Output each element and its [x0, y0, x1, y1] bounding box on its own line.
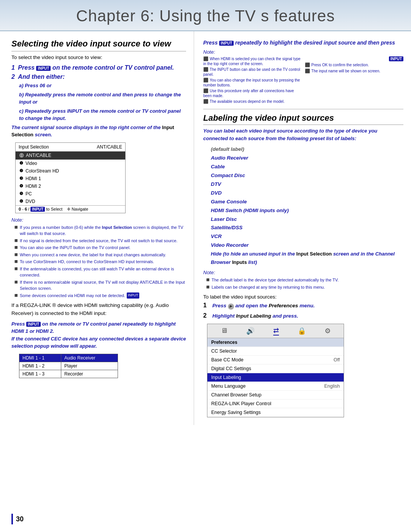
gear-icon: ⚙ — [325, 327, 331, 335]
hdmi-col2-header: Audio Receiver — [61, 354, 98, 362]
prefs-header-label: Preferences — [211, 340, 237, 345]
label-dvd: DVD — [211, 189, 403, 198]
prefs-icons-row: 🖥 🔊 ⇄ 🔒 ⚙ — [207, 324, 344, 338]
sub-c-text: Repeatedly press INPUT on the remote con… — [19, 108, 181, 121]
input-labeling-link: Input Labeling — [236, 313, 271, 319]
sub-step-c: c) Repeatedly press INPUT on the remote … — [19, 107, 186, 122]
right-step1: 1 Press ▶ and open the Preferences menu. — [203, 302, 403, 310]
hdmi-table: HDMI 1 - 1 Audio Receiver HDMI 1 - 2 Pla… — [19, 354, 118, 378]
input-item-2[interactable]: ❷ ColorStream HD — [16, 167, 125, 175]
content-wrapper: Selecting the video input source to view… — [0, 31, 411, 425]
input-item-5[interactable]: ❺ PC — [16, 190, 125, 198]
label-game-console: Game Console — [211, 198, 403, 206]
sub-step-a: a) Press 06 or — [19, 82, 186, 89]
input-selection-header: Input Selection ANT/CABLE — [16, 143, 125, 152]
prefs-items-list: Preferences CC Selector Base CC Mode Off… — [207, 338, 344, 417]
sub-c-label: c) — [19, 108, 24, 114]
sub-steps-list: a) Press 06 or b) Repeatedly press the r… — [11, 82, 186, 122]
prefs-channel-browser[interactable]: Channel Browser Setup — [207, 391, 344, 399]
inputs-link: Inputs — [232, 259, 247, 265]
hdmi-col1-2: HDMI 1 - 2 — [19, 362, 61, 370]
settings-icon: ⇄ — [273, 326, 279, 335]
prefs-energy-saving[interactable]: Energy Saving Settings — [207, 408, 344, 417]
item-label-4: HDMI 2 — [25, 184, 41, 189]
chapter-header: Chapter 6: Using the TV s features — [0, 0, 411, 31]
input-badge-right: INPUT — [219, 41, 234, 46]
hdmi-row-2: HDMI 1 - 2 Player — [19, 362, 118, 370]
input-sel-link2: Input Selection — [296, 251, 332, 257]
hdmi-col1-header: HDMI 1 - 1 — [19, 354, 61, 362]
step2: 2 And then either: — [11, 73, 186, 80]
regza-text: If a REGZA-LINK ® device with HDMI switc… — [11, 302, 186, 317]
note1-label: Note: — [11, 217, 186, 223]
input-item-6[interactable]: ❻ DVD — [16, 198, 125, 205]
note2-col2: INPUT ⬛ Press OK to confirm the selectio… — [305, 56, 403, 105]
item-label-0: ANT/CABLE — [26, 153, 51, 158]
intro-text: To select the video input source to view… — [11, 54, 186, 61]
prefs-header-item: Preferences — [207, 338, 344, 347]
prefs-energy-saving-label: Energy Saving Settings — [211, 410, 261, 415]
input-selection-footer: 0 - 6 / INPUT to Select ✛ Navigate — [16, 205, 125, 213]
prefs-digital-cc[interactable]: Digital CC Settings — [207, 364, 344, 373]
prefs-input-labeling-label: Input Labeling — [211, 375, 241, 380]
prefs-box: 🖥 🔊 ⇄ 🔒 ⚙ Preferences CC Selector Base C… — [207, 324, 344, 417]
item-num-4: ❹ — [19, 184, 23, 189]
sub-b-label: b) — [19, 92, 24, 97]
note1-item-1: If you press a number button (0-6) while… — [14, 224, 186, 237]
input-item-1[interactable]: ❶ Video — [16, 160, 125, 167]
label-hide: Hide (to hide an unused input in the Inp… — [211, 250, 403, 267]
label-satellite: Satellite/DSS — [211, 224, 403, 232]
label-cable: Cable — [211, 163, 403, 171]
to-label-text: To label the video input sources: — [203, 294, 403, 300]
item-label-6: DVD — [25, 199, 35, 204]
input-badge-c: INPUT — [67, 108, 82, 114]
right-step2-content: Highlight Input Labeling and press. — [212, 312, 298, 320]
hdmi-col1-3: HDMI 1 - 3 — [19, 370, 61, 378]
label-compact-disc: Compact Disc — [211, 171, 403, 180]
prefs-menu-language-label: Menu Language — [211, 383, 245, 389]
item-label-2: ColorStream HD — [25, 168, 59, 174]
input-badge-cec: INPUT — [26, 322, 41, 327]
tv-icon: 🖥 — [221, 327, 228, 335]
prefs-input-labeling[interactable]: Input Labeling — [207, 373, 344, 382]
prefs-menu-language[interactable]: Menu Language English — [207, 382, 344, 391]
prefs-regza-link[interactable]: REGZA-LINK Player Control — [207, 399, 344, 408]
prefs-regza-link-label: REGZA-LINK Player Control — [211, 401, 271, 406]
item-num-1: ❶ — [19, 161, 23, 166]
item-num-6: ❻ — [19, 199, 23, 204]
note1-item-3: You can also use the INPUT button on the… — [14, 244, 186, 251]
label-video-recorder: Video Recorder — [211, 241, 403, 250]
hdmi-row-3: HDMI 1 - 3 Recorder — [19, 370, 118, 378]
chapter-title: Chapter 6: Using the TV s features — [0, 7, 411, 25]
step2-text: And then either: — [18, 73, 65, 80]
lock-icon: 🔒 — [298, 327, 306, 335]
input-sel-right: ANT/CABLE — [97, 144, 122, 150]
prefs-digital-cc-label: Digital CC Settings — [211, 366, 251, 371]
input-selection-items: ⓪ ANT/CABLE ❶ Video ❷ ColorStream HD ❸ H… — [16, 152, 125, 205]
prefs-base-cc-mode[interactable]: Base CC Mode Off — [207, 356, 344, 364]
note3-item-1: The default label is the device type det… — [206, 277, 403, 283]
prefs-menu-language-value: English — [324, 383, 340, 389]
note1-item-7: If there is no antenna/cable signal sour… — [14, 279, 186, 292]
item-label-5: PC — [25, 191, 32, 197]
footer-text: 0 - 6 / INPUT to Select ✛ Navigate — [19, 207, 88, 212]
input-sel-title: Input Selection — [19, 144, 49, 150]
right-note-grid: ⬛ When HDMI is selected you can check th… — [203, 56, 403, 105]
note2-label: Note: — [203, 49, 403, 55]
item-num-3: ❸ — [19, 176, 23, 181]
hdmi-row-header: HDMI 1 - 1 Audio Receiver — [19, 354, 118, 362]
cec-text: Press INPUT on the remote or TV control … — [11, 320, 186, 350]
step1-after: on the remote control or TV control pane… — [53, 64, 174, 71]
input-item-0[interactable]: ⓪ ANT/CABLE — [16, 152, 125, 160]
label-vcr: VCR — [211, 232, 403, 241]
input-badge-note2: INPUT — [389, 56, 403, 61]
page-number-bar — [11, 514, 13, 524]
section-divider — [203, 109, 403, 109]
input-item-3[interactable]: ❸ HDMI 1 — [16, 175, 125, 182]
label-hdmi-switch: HDMI Switch (HDMI inputs only) — [211, 206, 403, 215]
prefs-cc-selector[interactable]: CC Selector — [207, 347, 344, 356]
step1: 1 Press INPUT on the remote control or T… — [11, 64, 186, 71]
step2-num: 2 — [11, 73, 15, 80]
note3-items: The default label is the device type det… — [203, 277, 403, 290]
input-item-4[interactable]: ❹ HDMI 2 — [16, 182, 125, 190]
